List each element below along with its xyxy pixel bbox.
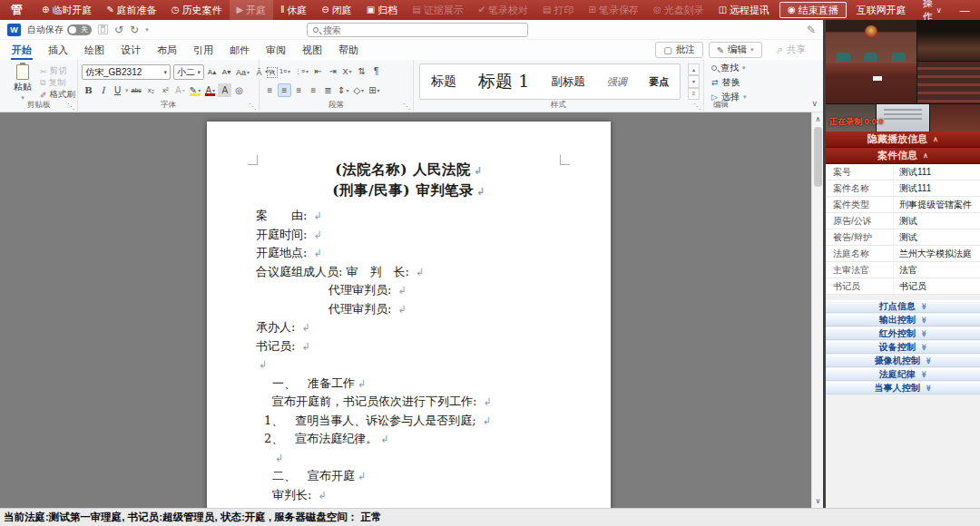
court-side-panel: 正在录制 0:0:0 隐藏播放信息 ∧ 案件信息 ∧ 案号测试111 案件名称测…: [823, 20, 980, 508]
italic-button[interactable]: I: [96, 83, 110, 97]
double-chevron-down-icon: ≫: [919, 371, 926, 377]
justify-button[interactable]: ≡: [307, 83, 320, 97]
doc-line: ↲: [207, 356, 611, 375]
topbar-item-recess[interactable]: ‖休庭: [273, 0, 314, 20]
style-subtitle[interactable]: 副标题: [551, 74, 585, 90]
strikethrough-button[interactable]: abc: [130, 83, 143, 97]
style-strong[interactable]: 要点: [649, 75, 669, 89]
change-case-button[interactable]: Aa▾: [234, 65, 251, 79]
style-title[interactable]: 标题: [431, 73, 456, 90]
shading-button[interactable]: ◇▾: [351, 83, 366, 97]
align-left-button[interactable]: ≡: [263, 83, 277, 97]
enclose-characters-button[interactable]: ◎: [232, 83, 246, 97]
font-size-select[interactable]: 小二▾: [173, 64, 204, 80]
shrink-font-button[interactable]: A▾: [220, 65, 233, 79]
sort-button[interactable]: ⇅: [355, 64, 368, 78]
highlight-color-button[interactable]: ✎▾: [188, 83, 202, 97]
style-heading1[interactable]: 标题 1: [478, 70, 529, 93]
tab-home[interactable]: 开始: [4, 40, 40, 60]
bullets-button[interactable]: •≡▾: [263, 64, 277, 78]
asian-layout-button[interactable]: X▾: [340, 64, 354, 78]
tab-draw[interactable]: 绘图: [76, 40, 113, 60]
hide-playback-info-header[interactable]: 隐藏播放信息 ∧: [826, 132, 980, 148]
character-shading-button[interactable]: A: [218, 83, 231, 97]
show-marks-button[interactable]: ¶: [369, 64, 383, 78]
gallery-more-icon[interactable]: ≡: [688, 88, 700, 100]
save-icon[interactable]: [98, 24, 108, 34]
section-court-discipline[interactable]: 法庭纪律≫: [826, 368, 980, 381]
dialog-launcher-icon[interactable]: ⋱: [403, 102, 410, 111]
paste-button[interactable]: 粘贴 ▾: [8, 64, 37, 102]
font-name-select[interactable]: 仿宋_GB2312▾: [82, 64, 171, 80]
editing-mode-button[interactable]: ✎编辑▾: [709, 42, 762, 58]
doc-line: ↲: [207, 449, 611, 468]
dialog-launcher-icon[interactable]: ⋱: [693, 102, 701, 111]
increase-indent-button[interactable]: ⇥: [326, 64, 339, 78]
autosave-toggle[interactable]: 自动保存 关: [27, 24, 92, 36]
replace-button[interactable]: ⇄替换: [711, 76, 806, 89]
subscript-button[interactable]: x₂: [144, 83, 158, 97]
tab-references[interactable]: 引用: [185, 40, 221, 60]
gallery-up-icon[interactable]: ▴: [688, 63, 700, 75]
scroll-up-icon[interactable]: ∧: [812, 113, 823, 125]
undo-icon[interactable]: ↺: [114, 24, 123, 35]
chevron-down-icon: ▾: [750, 46, 754, 54]
tab-view[interactable]: 视图: [294, 40, 330, 60]
dialog-launcher-icon[interactable]: ⋱: [67, 102, 74, 111]
distribute-button[interactable]: ≣: [321, 83, 335, 97]
scrollbar-thumb[interactable]: [814, 127, 822, 187]
multilevel-list-button[interactable]: ⋮≡▾: [293, 64, 310, 78]
topbar-item-pretrial-prep[interactable]: ✎庭前准备: [99, 0, 163, 20]
vertical-scrollbar[interactable]: ∧ ∨: [811, 112, 823, 508]
topbar-item-end-livestream[interactable]: ◉结束直播: [779, 2, 847, 18]
case-info-header[interactable]: 案件信息 ∧: [826, 148, 980, 164]
section-party-control[interactable]: 当事人控制≫: [826, 382, 980, 394]
minimize-button[interactable]: —: [951, 0, 979, 20]
grow-font-button[interactable]: A▴: [205, 65, 219, 79]
numbering-button[interactable]: 1≡▾: [278, 64, 292, 78]
style-emphasis[interactable]: 强调: [607, 75, 627, 89]
scroll-down-icon[interactable]: ∨: [812, 495, 823, 507]
document-page[interactable]: (法院名称) 人民法院↲ (刑事/民事) 审判笔录↲ 案 由: ↲ 开庭时间: …: [207, 122, 611, 508]
tab-insert[interactable]: 插入: [40, 40, 76, 60]
chevron-down-icon[interactable]: ▾: [125, 87, 129, 94]
topbar-item-archive[interactable]: ▣归档: [359, 0, 405, 20]
tab-layout[interactable]: 布局: [149, 40, 185, 60]
section-infrared-control[interactable]: 红外控制≫: [826, 327, 980, 340]
comments-button[interactable]: ▢批注: [655, 42, 702, 58]
customize-qat-icon[interactable]: ▾: [145, 26, 149, 34]
line-spacing-button[interactable]: ⇕▾: [336, 83, 350, 97]
section-output-control[interactable]: 输出控制≫: [826, 314, 980, 326]
borders-button[interactable]: ⊞▾: [367, 83, 381, 97]
tab-design[interactable]: 设计: [113, 40, 149, 60]
tab-review[interactable]: 审阅: [258, 40, 294, 60]
gallery-down-icon[interactable]: ▾: [688, 75, 700, 87]
ink-pen-icon[interactable]: ✎: [807, 24, 816, 36]
section-device-control[interactable]: 设备控制≫: [826, 341, 980, 354]
superscript-button[interactable]: x²: [159, 83, 172, 97]
font-color-button[interactable]: A▾: [203, 83, 217, 97]
topbar-item-history-cases[interactable]: ◷历史案件: [164, 0, 230, 20]
align-right-button[interactable]: ≡: [292, 83, 306, 97]
search-input[interactable]: [323, 25, 522, 35]
topbar-item-internet-court[interactable]: 互联网开庭: [849, 0, 914, 20]
section-camera-control[interactable]: 摄像机控制≫: [826, 355, 980, 367]
dialog-launcher-icon[interactable]: ⋱: [249, 102, 256, 111]
search-box[interactable]: [307, 23, 528, 37]
align-center-button[interactable]: ≡: [278, 83, 291, 97]
collapse-ribbon-icon[interactable]: ∨: [811, 99, 818, 108]
find-button[interactable]: 查找▾: [711, 62, 806, 74]
topbar-item-remote-interrogation[interactable]: ◫远程提讯: [711, 0, 777, 20]
topbar-item-close-court[interactable]: ⊖闭庭: [314, 0, 358, 20]
autosave-switch[interactable]: 关: [67, 24, 92, 35]
doc-line: 审判长: ↲: [207, 486, 611, 505]
section-marker-info[interactable]: 打点信息≫: [826, 300, 980, 313]
topbar-item-temp-session[interactable]: ⊕临时开庭: [34, 0, 99, 20]
tab-mailings[interactable]: 邮件: [221, 40, 258, 60]
courtroom-video-feed[interactable]: 正在录制 0:0:0: [826, 20, 980, 132]
bold-button[interactable]: B: [82, 83, 95, 97]
underline-button[interactable]: U: [111, 83, 124, 97]
tab-help[interactable]: 帮助: [330, 40, 367, 60]
redo-icon[interactable]: ↻: [130, 24, 139, 35]
decrease-indent-button[interactable]: ⇤: [311, 64, 325, 78]
